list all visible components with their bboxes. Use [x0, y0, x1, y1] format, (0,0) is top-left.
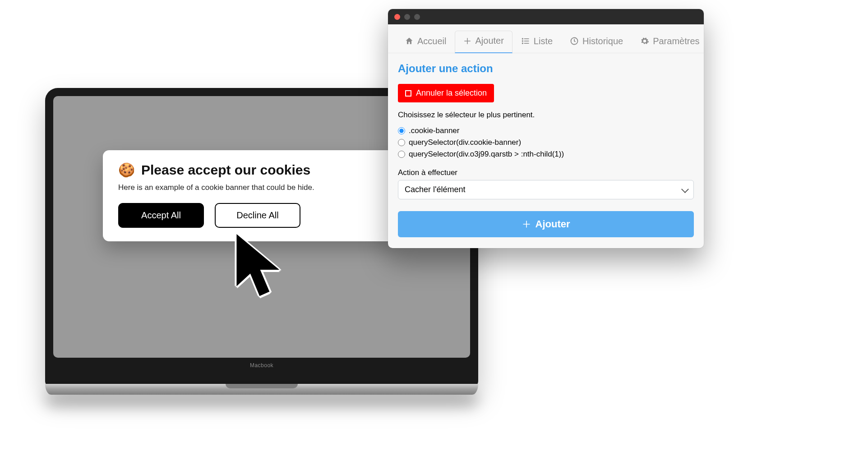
tab-list[interactable]: Liste [512, 31, 561, 53]
page-title: Ajouter une action [398, 62, 694, 75]
selector-radio-2[interactable] [398, 139, 405, 146]
chevron-down-icon [681, 185, 689, 193]
cookie-icon: 🍪 [118, 162, 135, 178]
clock-icon [570, 37, 579, 46]
tab-home[interactable]: Accueil [396, 31, 455, 53]
svg-rect-4 [524, 41, 529, 41]
tab-bar: Accueil Ajouter Liste Historique [388, 24, 704, 53]
tab-history-label: Historique [582, 36, 623, 46]
tab-history[interactable]: Historique [561, 31, 632, 53]
cursor-arrow-icon [229, 231, 288, 308]
cancel-selection-button[interactable]: Annuler la sélection [398, 84, 494, 102]
tab-home-label: Accueil [417, 36, 446, 46]
selector-radio-group: .cookie-banner querySelector(div.cookie-… [398, 125, 694, 160]
stop-icon [405, 90, 411, 97]
action-select[interactable]: Cacher l'élément [398, 180, 694, 199]
action-select-value: Cacher l'élément [405, 185, 466, 194]
laptop-brand-label: Macbook [53, 358, 470, 369]
action-field-label: Action à effectuer [398, 168, 694, 177]
selector-hint-text: Choisissez le sélecteur le plus pertinen… [398, 111, 694, 120]
cookie-banner-actions: Accept All Decline All [118, 203, 383, 228]
selector-option-2-label: querySelector(div.cookie-banner) [409, 138, 521, 147]
tab-add[interactable]: Ajouter [455, 31, 512, 53]
plus-icon [463, 37, 471, 45]
submit-add-label: Ajouter [536, 218, 570, 230]
window-close-dot[interactable] [394, 14, 400, 20]
home-icon [405, 37, 414, 46]
list-icon [521, 37, 530, 46]
cookie-banner-description: Here is an example of a cookie banner th… [118, 183, 383, 192]
selector-option-3-label: querySelector(div.o3j99.qarstb > :nth-ch… [409, 150, 564, 159]
extension-body: Ajouter une action Annuler la sélection … [388, 53, 704, 248]
selector-option-3[interactable]: querySelector(div.o3j99.qarstb > :nth-ch… [398, 148, 694, 160]
svg-point-5 [522, 42, 523, 44]
window-minimize-dot[interactable] [404, 14, 410, 20]
cookie-banner-title: 🍪 Please accept our cookies [118, 162, 383, 178]
selector-option-1[interactable]: .cookie-banner [398, 125, 694, 137]
accept-all-button[interactable]: Accept All [118, 203, 204, 228]
submit-add-button[interactable]: Ajouter [398, 211, 694, 237]
window-titlebar [388, 9, 704, 24]
selector-radio-1[interactable] [398, 127, 405, 134]
cookie-title-text: Please accept our cookies [141, 162, 310, 178]
svg-rect-6 [524, 43, 529, 44]
tab-add-label: Ajouter [475, 36, 503, 46]
tab-list-label: Liste [534, 36, 553, 46]
svg-marker-0 [236, 234, 279, 296]
extension-window: Accueil Ajouter Liste Historique [388, 9, 704, 248]
selector-radio-3[interactable] [398, 151, 405, 158]
svg-point-3 [522, 40, 523, 41]
gear-icon [640, 37, 649, 46]
tab-settings[interactable]: Paramètres [632, 31, 704, 53]
selector-option-1-label: .cookie-banner [409, 126, 459, 135]
laptop-base [45, 384, 478, 395]
svg-point-1 [522, 38, 523, 39]
svg-rect-2 [524, 38, 529, 39]
decline-all-button[interactable]: Decline All [215, 203, 300, 228]
cancel-selection-label: Annuler la sélection [416, 88, 487, 98]
cookie-banner: 🍪 Please accept our cookies Here is an e… [103, 150, 398, 241]
tab-settings-label: Paramètres [653, 36, 699, 46]
plus-icon [522, 220, 531, 229]
selector-option-2[interactable]: querySelector(div.cookie-banner) [398, 137, 694, 148]
window-maximize-dot[interactable] [414, 14, 420, 20]
